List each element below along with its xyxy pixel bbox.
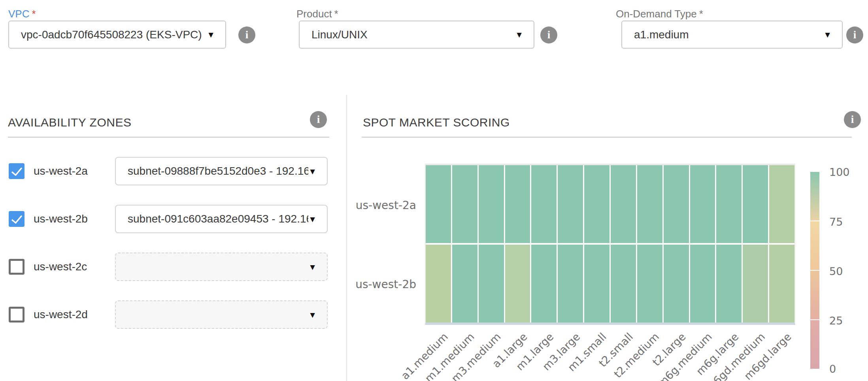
heatmap-cell-us-west-2b-t2.small xyxy=(611,245,636,323)
vpc-select[interactable]: vpc-0adcb70f645508223 (EKS-VPC) ▼ xyxy=(8,21,226,49)
heatmap-cell-us-west-2b-m6g.large xyxy=(716,245,742,323)
heatmap-cell-us-west-2a-m6g.medium xyxy=(690,165,715,243)
on-demand-type-info-icon[interactable]: i xyxy=(846,26,863,43)
availability-zones-divider xyxy=(8,137,329,138)
colorbar-segment xyxy=(810,271,819,319)
heatmap-cell-us-west-2b-m1.small xyxy=(584,245,609,323)
heatmap-cell-us-west-2a-m6gd.medium xyxy=(743,165,768,243)
product-select[interactable]: Linux/UNIX ▼ xyxy=(299,21,534,49)
availability-zone-row: us-west-2d▼ xyxy=(0,300,347,329)
vpc-select-value: vpc-0adcb70f645508223 (EKS-VPC) xyxy=(9,28,207,41)
heatmap-cell-us-west-2a-m3.medium xyxy=(479,165,504,243)
heatmap-cell-us-west-2b-m3.medium xyxy=(479,245,504,323)
zone-checkbox-us-west-2d[interactable] xyxy=(9,307,25,323)
vpc-info-icon[interactable]: i xyxy=(238,26,255,43)
colorbar-tick: 50 xyxy=(829,265,861,277)
heatmap-cell-us-west-2b-m1.medium xyxy=(452,245,477,323)
product-label: Product* xyxy=(296,8,338,20)
heatmap-cell-us-west-2a-t2.small xyxy=(611,165,636,243)
spot-market-scoring-divider xyxy=(362,137,852,138)
pane-divider xyxy=(346,95,347,381)
heatmap-colorbar xyxy=(810,172,819,369)
availability-zones-title: AVAILABILITY ZONES xyxy=(8,116,131,129)
availability-zone-row: us-west-2bsubnet-091c603aa82e09453 - 192… xyxy=(0,205,347,233)
chevron-down-icon: ▼ xyxy=(207,30,225,39)
zone-label: us-west-2c xyxy=(34,260,87,273)
heatmap-cell-us-west-2a-m6gd.large xyxy=(769,165,794,243)
colorbar-tick: 0 xyxy=(829,363,861,375)
availability-zone-row: us-west-2c▼ xyxy=(0,253,347,281)
heatmap-cell-us-west-2b-a1.medium xyxy=(426,245,451,323)
colorbar-segment xyxy=(810,221,819,270)
on-demand-type-select-value: a1.medium xyxy=(622,28,823,41)
colorbar-tick: 75 xyxy=(829,216,861,228)
colorbar-segment xyxy=(810,320,819,369)
heatmap-cell-us-west-2a-m1.small xyxy=(584,165,609,243)
zone-checkbox-us-west-2c[interactable] xyxy=(9,259,25,275)
chevron-down-icon: ▼ xyxy=(308,311,327,319)
heatmap-cell-us-west-2b-m3.large xyxy=(558,245,583,323)
heatmap-cell-us-west-2b-m6gd.medium xyxy=(743,245,768,323)
heatmap-cell-us-west-2b-m6g.medium xyxy=(690,245,715,323)
colorbar-tick: 100 xyxy=(829,166,861,178)
zone-label: us-west-2a xyxy=(34,165,88,177)
chevron-down-icon: ▼ xyxy=(308,167,327,175)
chevron-down-icon: ▼ xyxy=(308,263,327,271)
heatmap-cell-us-west-2a-t2.large xyxy=(664,165,689,243)
heatmap-cell-us-west-2a-t2.medium xyxy=(637,165,662,243)
vpc-label: VPC* xyxy=(8,8,36,20)
chevron-down-icon: ▼ xyxy=(308,215,327,223)
zone-label: us-west-2b xyxy=(34,213,88,225)
spot-market-scoring-title: SPOT MARKET SCORING xyxy=(363,116,510,129)
heatmap-cell-us-west-2b-t2.large xyxy=(664,245,689,323)
colorbar-segment xyxy=(810,172,819,221)
availability-zones-info-icon[interactable]: i xyxy=(310,111,327,128)
heatmap-cell-us-west-2a-m1.large xyxy=(531,165,557,243)
chevron-down-icon: ▼ xyxy=(823,30,842,39)
subnet-select-us-west-2b[interactable]: subnet-091c603aa82e09453 - 192.168…▼ xyxy=(115,205,328,233)
heatmap-cell-us-west-2b-m6gd.large xyxy=(769,245,794,323)
subnet-select-us-west-2c[interactable]: ▼ xyxy=(115,253,328,281)
spot-market-scoring-info-icon[interactable]: i xyxy=(844,111,861,128)
heatmap-y-label: us-west-2a xyxy=(329,199,416,212)
subnet-select-us-west-2d[interactable]: ▼ xyxy=(115,300,328,329)
chevron-down-icon: ▼ xyxy=(515,30,534,39)
zone-checkbox-us-west-2a[interactable] xyxy=(9,163,25,179)
zone-label: us-west-2d xyxy=(34,308,88,321)
heatmap-cell-us-west-2a-m6g.large xyxy=(716,165,742,243)
availability-zone-row: us-west-2asubnet-09888f7be5152d0e3 - 192… xyxy=(0,157,347,185)
subnet-select-value: subnet-091c603aa82e09453 - 192.168… xyxy=(116,213,308,225)
on-demand-type-label: On-Demand Type* xyxy=(616,8,703,20)
product-select-value: Linux/UNIX xyxy=(300,28,515,41)
heatmap-y-label: us-west-2b xyxy=(329,278,416,291)
heatmap-cell-us-west-2a-m3.large xyxy=(558,165,583,243)
heatmap-cell-us-west-2b-t2.medium xyxy=(637,245,662,323)
heatmap-cell-us-west-2b-m1.large xyxy=(531,245,557,323)
heatmap-cell-us-west-2a-m1.medium xyxy=(452,165,477,243)
colorbar-tick: 25 xyxy=(829,315,861,327)
heatmap-plot[interactable] xyxy=(425,164,795,325)
heatmap-cell-us-west-2a-a1.large xyxy=(505,165,530,243)
subnet-select-value: subnet-09888f7be5152d0e3 - 192.168… xyxy=(116,165,308,177)
subnet-select-us-west-2a[interactable]: subnet-09888f7be5152d0e3 - 192.168…▼ xyxy=(115,157,328,185)
zone-checkbox-us-west-2b[interactable] xyxy=(9,211,25,227)
heatmap-cell-us-west-2b-a1.large xyxy=(505,245,530,323)
on-demand-type-select[interactable]: a1.medium ▼ xyxy=(621,21,843,49)
product-info-icon[interactable]: i xyxy=(540,26,557,43)
heatmap-cell-us-west-2a-a1.medium xyxy=(426,165,451,243)
